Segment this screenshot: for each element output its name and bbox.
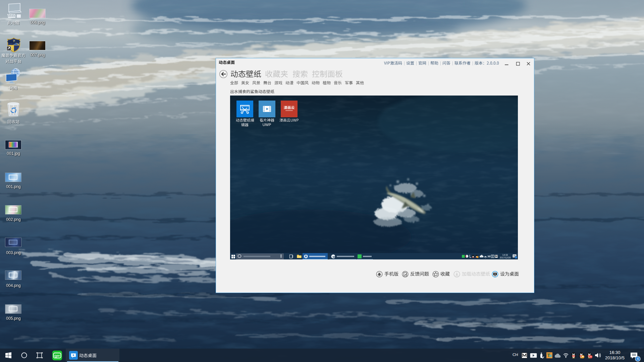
svg-text:4: 4 <box>637 357 639 361</box>
svg-text:QIY: QIY <box>54 354 60 358</box>
